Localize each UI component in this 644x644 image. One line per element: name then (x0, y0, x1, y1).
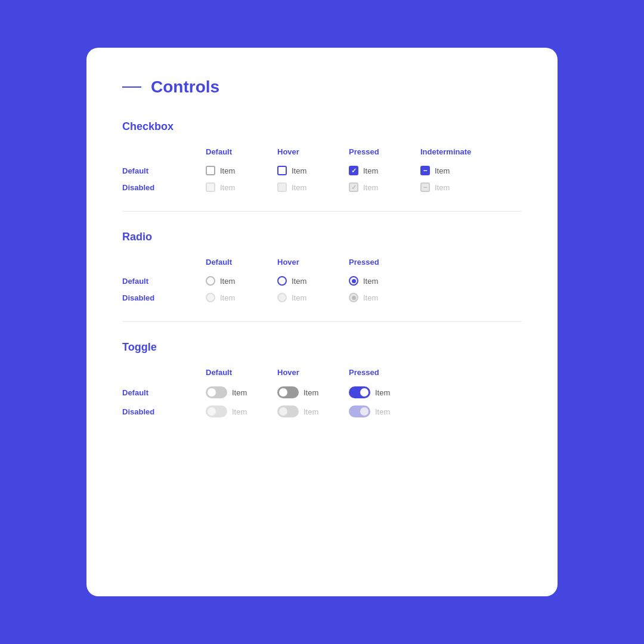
tg-row-default-label: Default (122, 388, 206, 397)
tg-disabled-pressed-label: Item (375, 407, 390, 416)
tg-row-disabled-label: Disabled (122, 407, 206, 416)
cb-disabled-pressed-label: Item (363, 183, 378, 192)
radio-default-hover-btn[interactable] (277, 276, 287, 286)
toggle-disabled-knob (208, 407, 216, 416)
rb-disabled-hover-label: Item (292, 293, 306, 302)
cb-default-indeterminate-label: Item (435, 166, 450, 175)
radio-section-title: Radio (122, 231, 522, 243)
checkbox-default-pressed-box[interactable]: ✓ (349, 166, 358, 175)
radio-table: Default Hover Pressed Default Item Item … (122, 258, 522, 302)
cb-default-hover[interactable]: Item (277, 166, 349, 175)
tg-default-hover-label: Item (304, 388, 318, 397)
toggle-section-title: Toggle (122, 341, 522, 354)
cb-disabled-indeterminate-label: Item (435, 183, 450, 192)
cb-disabled-default: Item (206, 182, 277, 192)
toggle-table: Default Hover Pressed Default Item It (122, 368, 522, 417)
toggle-disabled-off (206, 405, 227, 417)
checkbox-disabled-row: Disabled Item Item ✓ Item (122, 182, 522, 192)
cb-minus-icon: − (423, 167, 427, 174)
cb-default-default-label: Item (220, 166, 235, 175)
checkbox-default-default-box[interactable] (206, 166, 215, 175)
toggle-knob (208, 388, 216, 397)
title-wrap: Controls (122, 78, 522, 97)
radio-disabled-hover-btn (277, 293, 287, 302)
tg-default-default-label: Item (232, 388, 247, 397)
rb-disabled-pressed: Item (349, 293, 420, 302)
tg-disabled-default-label: Item (232, 407, 247, 416)
rb-default-pressed[interactable]: Item (349, 276, 420, 286)
cb-col-pressed: Pressed (349, 147, 420, 156)
rb-col-pressed: Pressed (349, 258, 420, 267)
toggle-disabled-hover (277, 405, 299, 417)
tg-disabled-hover-label: Item (304, 407, 318, 416)
cb-disabled-default-label: Item (220, 183, 235, 192)
rb-row-default-label: Default (122, 277, 206, 286)
toggle-on-knob (360, 388, 369, 397)
cb-disabled-minus-icon: − (423, 184, 427, 191)
toggle-default-off[interactable] (206, 386, 227, 398)
checkbox-disabled-hover-box (277, 182, 287, 192)
rb-row-disabled-label: Disabled (122, 293, 206, 302)
cb-disabled-pressed: ✓ Item (349, 182, 420, 192)
cb-default-default[interactable]: Item (206, 166, 277, 175)
cb-check-icon: ✓ (351, 168, 357, 174)
radio-default-default-btn[interactable] (206, 276, 215, 286)
tg-default-hover[interactable]: Item (277, 386, 349, 398)
divider-1 (122, 211, 522, 212)
title-accent-line (122, 86, 141, 88)
rb-disabled-default: Item (206, 293, 277, 302)
tg-disabled-default: Item (206, 405, 277, 417)
toggle-disabled-row: Disabled Item Item I (122, 405, 522, 417)
toggle-default-row: Default Item Item It (122, 386, 522, 398)
tg-col-default: Default (206, 368, 277, 377)
toggle-hover-off[interactable] (277, 386, 299, 398)
rb-default-hover[interactable]: Item (277, 276, 349, 286)
toggle-hover-knob (279, 388, 287, 397)
controls-card: Controls Checkbox Default Hover Pressed … (86, 48, 558, 596)
cb-row-default-label: Default (122, 166, 206, 175)
rb-default-default[interactable]: Item (206, 276, 277, 286)
tg-disabled-pressed: Item (349, 405, 420, 417)
cb-disabled-hover-label: Item (292, 183, 306, 192)
checkbox-default-row: Default Item Item ✓ Item (122, 166, 522, 175)
radio-default-pressed-btn[interactable] (349, 276, 358, 286)
radio-disabled-row: Disabled Item Item Item (122, 293, 522, 302)
rb-col-hover: Hover (277, 258, 349, 267)
tg-default-pressed-label: Item (375, 388, 390, 397)
checkbox-disabled-pressed-box: ✓ (349, 182, 358, 192)
cb-default-hover-label: Item (292, 166, 306, 175)
tg-default-default[interactable]: Item (206, 386, 277, 398)
toggle-header-row: Default Hover Pressed (122, 368, 522, 377)
toggle-section: Toggle Default Hover Pressed Default Ite… (122, 341, 522, 417)
cb-default-indeterminate[interactable]: − Item (420, 166, 504, 175)
tg-col-hover: Hover (277, 368, 349, 377)
toggle-pressed-on[interactable] (349, 386, 370, 398)
toggle-disabled-on-knob (360, 407, 369, 416)
cb-col-hover: Hover (277, 147, 349, 156)
page-title: Controls (151, 78, 219, 97)
checkbox-section-title: Checkbox (122, 120, 522, 133)
checkbox-header-row: Default Hover Pressed Indeterminate (122, 147, 522, 156)
tg-disabled-hover: Item (277, 405, 349, 417)
cb-disabled-indeterminate: − Item (420, 182, 504, 192)
tg-col-pressed: Pressed (349, 368, 420, 377)
checkbox-default-indeterminate-box[interactable]: − (420, 166, 430, 175)
checkbox-section: Checkbox Default Hover Pressed Indetermi… (122, 120, 522, 192)
toggle-disabled-hover-knob (279, 407, 287, 416)
radio-header-row: Default Hover Pressed (122, 258, 522, 267)
cb-col-default: Default (206, 147, 277, 156)
rb-default-hover-label: Item (292, 277, 306, 286)
toggle-disabled-on (349, 405, 370, 417)
cb-default-pressed[interactable]: ✓ Item (349, 166, 420, 175)
rb-default-pressed-label: Item (363, 277, 378, 286)
cb-default-pressed-label: Item (363, 166, 378, 175)
checkbox-default-hover-box[interactable] (277, 166, 287, 175)
checkbox-disabled-indeterminate-box: − (420, 182, 430, 192)
radio-disabled-default-btn (206, 293, 215, 302)
cb-col-indeterminate: Indeterminate (420, 147, 504, 156)
cb-disabled-check-icon: ✓ (351, 184, 357, 191)
cb-row-disabled-label: Disabled (122, 183, 206, 192)
radio-section: Radio Default Hover Pressed Default Item… (122, 231, 522, 302)
cb-disabled-hover: Item (277, 182, 349, 192)
tg-default-pressed[interactable]: Item (349, 386, 420, 398)
